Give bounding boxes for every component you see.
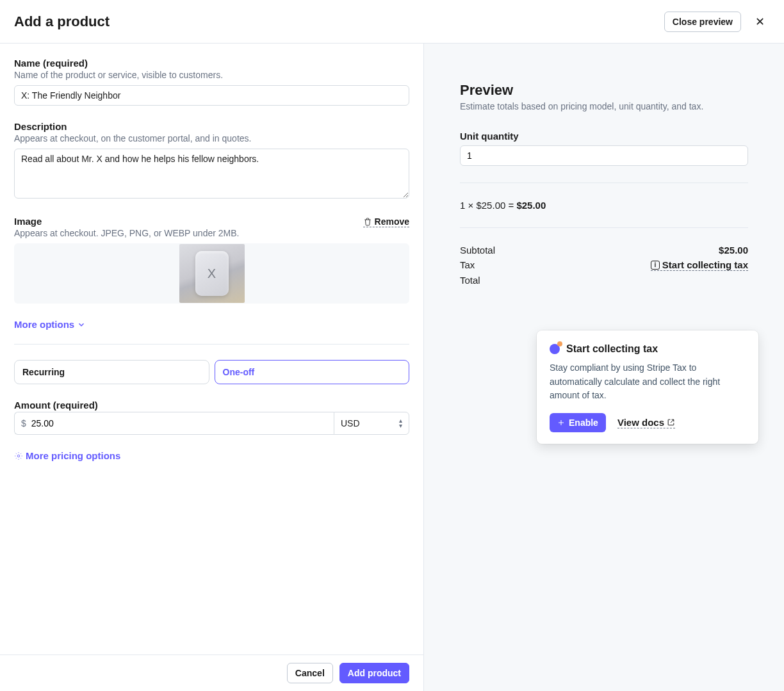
tax-label: Tax	[460, 259, 475, 271]
select-arrows-icon: ▴▾	[399, 418, 402, 428]
preview-separator-2	[460, 227, 748, 228]
currency-symbol: $	[21, 418, 26, 428]
view-docs-label: View docs	[617, 417, 664, 428]
unit-quantity-input[interactable]	[460, 145, 748, 166]
amount-input[interactable]	[31, 418, 327, 428]
external-link-icon	[667, 418, 675, 427]
close-icon[interactable]: ✕	[750, 12, 770, 31]
calculation-total: $25.00	[516, 200, 546, 211]
form-footer: Cancel Add product	[0, 654, 423, 691]
more-pricing-label: More pricing options	[26, 450, 120, 461]
preview-title: Preview	[460, 82, 748, 99]
amount-group: Amount (required) $ USD ▴▾	[14, 400, 409, 435]
tooltip-title: Start collecting tax	[566, 343, 658, 355]
tax-tooltip-card: Start collecting tax Stay compliant by u…	[537, 330, 758, 444]
cancel-button[interactable]: Cancel	[287, 663, 333, 683]
total-label: Total	[460, 275, 480, 286]
amount-input-wrap[interactable]: $	[14, 412, 334, 435]
start-collecting-tax-link[interactable]: i Start collecting tax	[651, 259, 748, 271]
image-label: Image	[14, 216, 42, 227]
add-product-button[interactable]: Add product	[339, 663, 409, 683]
form-panel: Name (required) Name of the product or s…	[0, 44, 424, 691]
image-help: Appears at checkout. JPEG, PNG, or WEBP …	[14, 228, 409, 238]
product-thumbnail: X	[179, 244, 245, 303]
recurring-toggle[interactable]: Recurring	[14, 360, 209, 384]
enable-tax-button[interactable]: Enable	[550, 413, 606, 432]
preview-help: Estimate totals based on pricing model, …	[460, 101, 748, 111]
tooltip-body: Stay compliant by using Stripe Tax to au…	[550, 361, 746, 403]
close-preview-button[interactable]: Close preview	[664, 12, 741, 32]
info-icon: i	[651, 261, 660, 270]
one-off-toggle[interactable]: One-off	[215, 360, 410, 384]
chevron-down-icon	[77, 320, 86, 329]
amount-label: Amount (required)	[14, 400, 409, 411]
gear-icon	[14, 451, 23, 460]
view-docs-link[interactable]: View docs	[617, 417, 675, 428]
calculation-line: 1 × $25.00 = $25.00	[460, 200, 748, 211]
enable-label: Enable	[569, 418, 598, 428]
calculation-prefix: 1 × $25.00 =	[460, 200, 516, 211]
currency-select[interactable]: USD ▴▾	[334, 412, 409, 435]
collect-tax-label: Start collecting tax	[662, 259, 748, 270]
header-actions: Close preview ✕	[664, 12, 770, 32]
more-options-label: More options	[14, 319, 74, 330]
preview-panel: Preview Estimate totals based on pricing…	[424, 44, 784, 691]
remove-image-link[interactable]: Remove	[363, 216, 409, 227]
name-input[interactable]	[14, 85, 409, 106]
svg-point-0	[17, 455, 20, 457]
image-preview-area[interactable]: X	[14, 243, 409, 304]
image-group: Image Remove Appears at checkout. JPEG, …	[14, 216, 409, 304]
trash-icon	[363, 217, 372, 226]
subtotal-row: Subtotal $25.00	[460, 245, 748, 256]
more-options-link[interactable]: More options	[14, 319, 86, 330]
tax-row: Tax i Start collecting tax	[460, 259, 748, 271]
tax-icon	[550, 344, 560, 354]
preview-separator-1	[460, 183, 748, 183]
description-input[interactable]	[14, 149, 409, 199]
subtotal-value: $25.00	[719, 245, 748, 256]
subtotal-label: Subtotal	[460, 245, 495, 256]
name-label: Name (required)	[14, 58, 409, 69]
description-group: Description Appears at checkout, on the …	[14, 121, 409, 200]
separator	[14, 344, 409, 345]
name-help: Name of the product or service, visible …	[14, 70, 409, 80]
content-columns: Name (required) Name of the product or s…	[0, 44, 784, 691]
more-pricing-link[interactable]: More pricing options	[14, 450, 120, 461]
page-title: Add a product	[14, 13, 110, 30]
remove-image-label: Remove	[375, 216, 409, 227]
name-group: Name (required) Name of the product or s…	[14, 58, 409, 106]
total-row: Total	[460, 275, 748, 286]
currency-value: USD	[341, 418, 360, 428]
unit-quantity-label: Unit quantity	[460, 131, 748, 142]
plus-icon	[557, 419, 565, 427]
description-help: Appears at checkout, on the customer por…	[14, 133, 409, 143]
modal-header: Add a product Close preview ✕	[0, 0, 784, 44]
billing-type-group: Recurring One-off	[14, 360, 409, 384]
description-label: Description	[14, 121, 409, 132]
